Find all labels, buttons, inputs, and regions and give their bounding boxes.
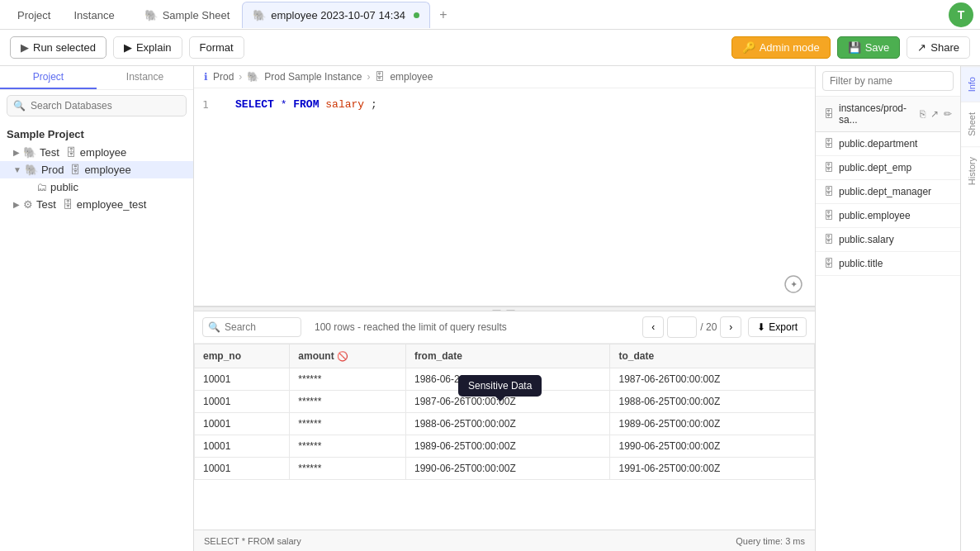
caret-icon: ▶	[13, 148, 20, 157]
right-list-item[interactable]: 🗄 public.dept_manager	[816, 180, 960, 204]
sidebar-item-test[interactable]: ▶ 🐘 Test 🗄 employee	[0, 144, 193, 161]
sidebar-item-prod-label: Prod	[41, 164, 64, 176]
results-area: 🔍 100 rows - reached the limit of query …	[194, 311, 815, 551]
key-icon: 🔑	[742, 41, 755, 54]
run-selected-button[interactable]: ▶ Run selected	[10, 36, 107, 59]
col-to-date[interactable]: to_date	[610, 344, 815, 368]
results-info: 100 rows - reached the limit of query re…	[315, 321, 636, 333]
edit-icon[interactable]: ✏	[944, 108, 952, 120]
copy-icon[interactable]: ⎘	[920, 108, 926, 120]
table-list-icon: 🗄	[824, 138, 834, 150]
cell-emp-no: 10001	[195, 391, 290, 413]
cell-from-date: 1990-06-25T00:00:00Z	[405, 458, 610, 480]
export-label: Export	[769, 321, 798, 333]
right-list-item[interactable]: 🗄 public.salary	[816, 228, 960, 252]
table-row: 10001 ****** 1988-06-25T00:00:00Z 1989-0…	[195, 413, 815, 435]
tab-instance-label: Instance	[73, 9, 114, 21]
filter-input[interactable]	[822, 71, 954, 91]
results-search-area: 🔍	[202, 317, 301, 337]
table-list-label: public.title	[839, 258, 883, 269]
col-amount[interactable]: amount 🚫	[290, 344, 406, 368]
sidebar-item-test-employee-test[interactable]: ▶ ⚙ Test 🗄 employee_test	[0, 196, 193, 213]
next-page-button[interactable]: ›	[720, 316, 741, 338]
export-icon: ⬇	[757, 321, 765, 333]
format-label: Format	[200, 41, 234, 54]
sensitive-data-icon: 🚫	[337, 351, 348, 361]
code-line: SELECT * FROM salary ;	[235, 97, 807, 114]
format-button[interactable]: Format	[189, 36, 244, 59]
tab-bar: Project Instance 🐘 Sample Sheet 🐘 employ…	[0, 0, 980, 30]
page-input[interactable]: 1	[667, 316, 697, 338]
sidebar-item-test-label: Test	[40, 146, 59, 159]
save-label: Save	[865, 41, 890, 54]
external-link-icon[interactable]: ↗	[930, 108, 939, 120]
breadcrumb-db-icon: 🐘	[247, 71, 259, 83]
svg-text:✦: ✦	[790, 279, 798, 289]
add-tab-button[interactable]: +	[432, 3, 455, 26]
sidebar-item-prod-employee[interactable]: ▼ 🐘 Prod 🗄 employee	[0, 161, 193, 178]
breadcrumb-prod[interactable]: Prod	[213, 71, 234, 83]
breadcrumb-sep-2: ›	[367, 71, 370, 83]
right-list-item[interactable]: 🗄 public.title	[816, 252, 960, 276]
tab-sample-sheet[interactable]: 🐘 Sample Sheet	[134, 2, 241, 28]
table-row: 10001 ****** 1990-06-25T00:00:00Z 1991-0…	[195, 458, 815, 480]
export-button[interactable]: ⬇ Export	[748, 317, 807, 337]
code-editor[interactable]: 1 SELECT * FROM salary ;	[194, 88, 815, 306]
db-icon-test2: ⚙	[23, 198, 33, 211]
col-from-date[interactable]: from_date	[405, 344, 610, 368]
right-tab-history[interactable]: History	[961, 146, 980, 195]
table-list-icon: 🗄	[824, 258, 834, 269]
sidebar-tab-instance[interactable]: Instance	[97, 66, 193, 89]
save-button[interactable]: 💾 Save	[837, 36, 901, 59]
schema-icon: 🗂	[36, 181, 47, 193]
cell-emp-no: 10001	[195, 458, 290, 480]
toolbar: ▶ Run selected ▶ Explain Format 🔑 Admin …	[0, 30, 980, 66]
sidebar: Project Instance 🔍 Sample Project ▶ 🐘 Te…	[0, 66, 194, 551]
explain-label: Explain	[136, 41, 172, 54]
ai-assistant-button[interactable]: ✦	[780, 271, 807, 297]
cell-to-date: 1987-06-26T00:00:00Z	[610, 368, 815, 391]
tab-project-label: Project	[17, 9, 50, 21]
cell-amount: ******	[290, 368, 406, 391]
sensitive-data-tooltip: Sensitive Data	[458, 375, 542, 397]
right-list-item[interactable]: 🗄 public.employee	[816, 204, 960, 228]
breadcrumb-instance[interactable]: Prod Sample Instance	[264, 71, 362, 83]
table-list-label: public.salary	[839, 234, 894, 245]
tab-query[interactable]: 🐘 employee 2023-10-07 14:34	[242, 2, 430, 28]
line-number: 1	[202, 97, 209, 114]
table-icon-test2: 🗄	[63, 198, 73, 211]
breadcrumb-sep-1: ›	[239, 71, 242, 83]
cell-emp-no: 10001	[195, 368, 290, 391]
instances-label: instances/prod-sa...	[839, 102, 915, 126]
right-tab-sheet[interactable]: Sheet	[961, 102, 980, 146]
right-panel: 🗄 instances/prod-sa... ⎘ ↗ ✏ 🗄 public.de…	[815, 66, 980, 551]
tooltip-arrow	[495, 397, 505, 401]
table-list-icon: 🗄	[824, 162, 834, 173]
tab-instance[interactable]: Instance	[63, 2, 125, 28]
sidebar-tab-project[interactable]: Project	[0, 66, 97, 89]
cell-amount: ******	[290, 458, 406, 480]
run-selected-label: Run selected	[33, 41, 96, 54]
db-icon-prod: 🐘	[25, 164, 38, 176]
right-list-items: 🗄 public.department 🗄 public.dept_emp 🗄 …	[816, 132, 960, 276]
right-header-item[interactable]: 🗄 instances/prod-sa... ⎘ ↗ ✏	[816, 97, 960, 132]
right-list-item[interactable]: 🗄 public.dept_emp	[816, 156, 960, 180]
admin-mode-button[interactable]: 🔑 Admin mode	[731, 36, 831, 59]
right-tab-info[interactable]: Info	[961, 66, 980, 102]
status-bar: SELECT * FROM salary Query time: 3 ms	[194, 530, 815, 551]
breadcrumb-table[interactable]: employee	[390, 71, 433, 83]
avatar[interactable]: T	[949, 2, 973, 27]
share-button[interactable]: ↗ Share	[907, 36, 970, 59]
tab-project[interactable]: Project	[7, 2, 61, 28]
sidebar-item-prod-employee-label: employee	[84, 164, 130, 176]
search-databases-input[interactable]	[7, 95, 187, 116]
table-list-icon: 🗄	[824, 210, 834, 221]
cell-from-date: 1989-06-25T00:00:00Z	[405, 435, 610, 458]
play-icon: ▶	[21, 41, 29, 54]
right-list-item[interactable]: 🗄 public.department	[816, 132, 960, 156]
col-emp-no[interactable]: emp_no	[195, 344, 290, 368]
explain-button[interactable]: ▶ Explain	[113, 36, 182, 59]
explain-icon: ▶	[124, 41, 132, 54]
prev-page-button[interactable]: ‹	[642, 316, 664, 338]
sidebar-item-public[interactable]: 🗂 public	[0, 178, 193, 196]
